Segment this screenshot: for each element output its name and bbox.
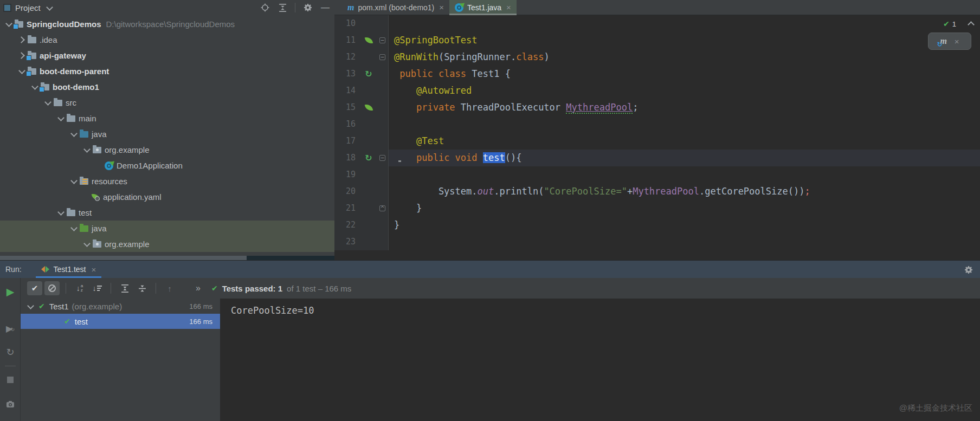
run-config-tab[interactable]: Test1.test × xyxy=(36,261,102,278)
expand-all-button[interactable] xyxy=(117,281,132,295)
fold-marker-icon[interactable]: − xyxy=(379,155,385,161)
project-tree-item[interactable]: java xyxy=(0,126,334,142)
rerun-failed-tests-icon[interactable]: ▶↻ xyxy=(0,323,21,334)
project-tree-item[interactable]: application.yaml xyxy=(0,189,334,205)
project-tree-item[interactable]: java xyxy=(0,221,334,236)
test-results-tree: ✔ Test1(org.example) 166 ms ✔ test 166 m… xyxy=(21,299,220,421)
chevron-down-icon[interactable] xyxy=(17,67,27,76)
project-view-selector[interactable]: Project xyxy=(15,3,41,12)
project-tree-item[interactable]: boot-demo1 xyxy=(0,79,334,95)
chevron-down-icon[interactable] xyxy=(26,302,35,311)
code-line[interactable]: 15 private ThreadPoolExecutor MythreadPo… xyxy=(334,99,980,116)
tab-pom-xml[interactable]: m pom.xml (boot-demo1) × xyxy=(342,0,449,15)
code-line[interactable]: 19 xyxy=(334,166,980,183)
project-tree-item[interactable]: main xyxy=(0,111,334,126)
collapse-all-button[interactable] xyxy=(134,281,150,295)
inspections-widget[interactable]: ✔ 1 xyxy=(943,20,956,28)
code-line[interactable]: 12 − @RunWith(SpringRunner.class) xyxy=(334,49,980,66)
code-line[interactable]: 13 ↻ public class Test1 { xyxy=(334,66,980,82)
code-line[interactable]: 23 xyxy=(334,234,980,250)
sort-by-duration-button[interactable]: ↓ xyxy=(89,281,105,295)
code-token xyxy=(394,102,416,113)
code-line[interactable]: 14 @Autowired xyxy=(334,82,980,99)
chevron-down-icon[interactable] xyxy=(69,224,79,233)
chevron-down-icon[interactable] xyxy=(82,239,92,249)
maven-reload-icon[interactable]: m↻ xyxy=(940,36,946,46)
line-number: 11 xyxy=(334,32,360,49)
fold-end-marker-icon[interactable]: ^ xyxy=(379,205,385,211)
inspections-expand-icon[interactable] xyxy=(966,20,976,29)
code-token: "CorePoolSize=" xyxy=(544,186,627,197)
collapse-all-icon[interactable] xyxy=(278,3,287,12)
project-tree-item[interactable]: test xyxy=(0,205,334,221)
camera-icon[interactable] xyxy=(0,400,21,408)
chevron-down-icon[interactable] xyxy=(82,145,92,154)
scrollbar-thumb[interactable] xyxy=(0,256,247,260)
code-line[interactable]: 17 @Test xyxy=(334,133,980,150)
spring-leaf-icon[interactable] xyxy=(365,36,373,44)
run-panel-header: Run: Test1.test × xyxy=(0,261,980,278)
rerun-button[interactable]: ▶ xyxy=(0,286,21,298)
close-icon[interactable]: × xyxy=(439,3,444,12)
code-line[interactable]: 10 xyxy=(334,15,980,32)
project-tree-item[interactable]: org.example xyxy=(0,236,334,252)
show-passed-button[interactable]: ✔ xyxy=(27,281,42,295)
code-line[interactable]: 20 System.out.println("CorePoolSize="+My… xyxy=(334,183,980,200)
code-token: } xyxy=(394,219,399,230)
chevron-down-icon[interactable] xyxy=(45,3,54,12)
chevron-down-icon[interactable] xyxy=(69,129,79,139)
gear-icon[interactable] xyxy=(964,265,973,275)
code-editor[interactable]: 10 11 − @SpringBootTest 12 − @RunWith(Sp… xyxy=(334,15,980,260)
code-line[interactable]: 22 } xyxy=(334,217,980,234)
gear-icon[interactable] xyxy=(303,3,313,12)
code-token: @Autowired xyxy=(416,85,472,96)
fold-marker-icon[interactable]: − xyxy=(379,54,385,60)
code-text: @RunWith(SpringRunner.class) xyxy=(389,49,980,66)
spring-bean-icon[interactable] xyxy=(365,103,373,112)
console-panel[interactable]: CorePoolSize=10 @稀土掘金技术社区 xyxy=(220,299,980,421)
test-tree-item[interactable]: ✔ test 166 ms xyxy=(21,314,220,329)
code-line[interactable]: 21 ^ } xyxy=(334,200,980,217)
stop-button[interactable] xyxy=(0,377,21,383)
code-line[interactable]: 18 ↻ − public void test(){ xyxy=(334,150,980,166)
code-line[interactable]: 11 − @SpringBootTest xyxy=(334,32,980,49)
tab-test1-java[interactable]: Test1.java × xyxy=(449,0,517,15)
run-test-icon[interactable]: ↻ xyxy=(365,70,372,79)
project-tree-item[interactable]: org.example xyxy=(0,142,334,158)
chevron-right-icon[interactable] xyxy=(17,51,27,60)
chevron-down-icon[interactable] xyxy=(43,98,53,107)
run-test-icon[interactable]: ↻ xyxy=(365,154,372,163)
project-tree-item[interactable]: resources xyxy=(0,173,334,189)
project-horizontal-scrollbar[interactable] xyxy=(0,256,334,260)
minimize-icon[interactable]: — xyxy=(320,3,330,12)
intention-bulb-icon[interactable] xyxy=(396,154,403,162)
tree-item-label: src xyxy=(66,98,76,107)
chevron-right-icon[interactable] xyxy=(17,35,27,44)
show-ignored-button[interactable] xyxy=(44,281,60,295)
chevron-down-icon[interactable] xyxy=(56,208,66,217)
navigate-chevrons[interactable]: » xyxy=(196,283,201,293)
tree-item-label: resources xyxy=(92,177,127,186)
project-tree-item[interactable]: api-gateway xyxy=(0,48,334,63)
chevron-down-icon[interactable] xyxy=(56,114,66,123)
locate-file-icon[interactable] xyxy=(260,3,270,12)
project-tree-item[interactable]: boot-demo-parent xyxy=(0,63,334,79)
chevron-down-icon[interactable] xyxy=(69,177,79,186)
project-tree-item[interactable]: SpringcloudDemosD:\gitworkspace\Springcl… xyxy=(0,16,334,32)
close-icon[interactable]: × xyxy=(955,37,959,46)
sort-alphabetically-button[interactable]: ↓az xyxy=(72,281,87,295)
project-tree-item[interactable]: src xyxy=(0,95,334,111)
code-line[interactable]: 16 xyxy=(334,116,980,133)
close-icon[interactable]: × xyxy=(506,3,511,12)
fold-marker-icon[interactable]: − xyxy=(379,37,385,43)
fold-gutter-cell xyxy=(377,15,389,32)
chevron-down-icon[interactable] xyxy=(4,20,14,29)
project-tree-item[interactable]: .idea xyxy=(0,32,334,48)
previous-failed-test-button[interactable]: ↑ xyxy=(162,281,177,295)
project-tree-item[interactable]: Demo1Application xyxy=(0,158,334,173)
test-status: ✔ Tests passed: 1 of 1 test – 166 ms xyxy=(211,284,351,293)
chevron-down-icon[interactable] xyxy=(30,82,40,92)
test-tree-item[interactable]: ✔ Test1(org.example) 166 ms xyxy=(21,299,220,314)
close-icon[interactable]: × xyxy=(92,265,96,274)
toggle-auto-test-icon[interactable]: ↻ xyxy=(0,346,21,358)
